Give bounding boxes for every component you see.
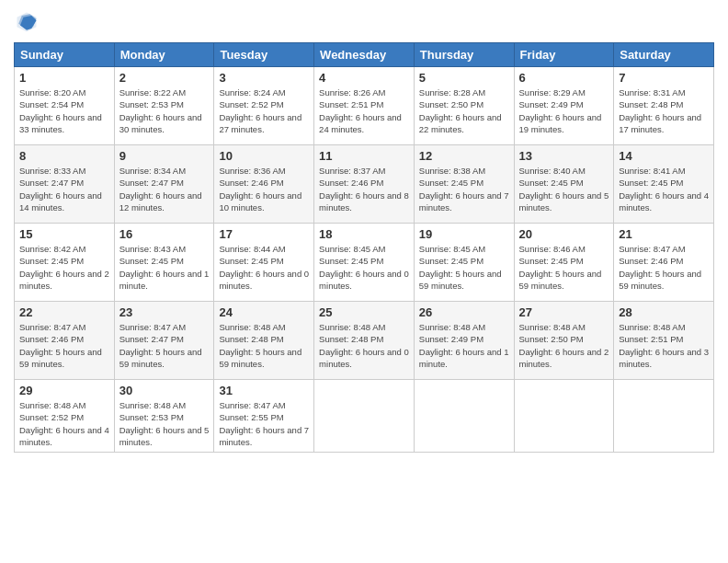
logo [14, 9, 43, 35]
day-info: Sunrise: 8:28 AM Sunset: 2:50 PM Dayligh… [419, 86, 509, 135]
day-number: 20 [519, 227, 609, 241]
day-info: Sunrise: 8:42 AM Sunset: 2:45 PM Dayligh… [19, 243, 109, 292]
day-info: Sunrise: 8:22 AM Sunset: 2:53 PM Dayligh… [119, 86, 210, 135]
calendar-cell: 31Sunrise: 8:47 AM Sunset: 2:55 PM Dayli… [214, 380, 314, 453]
day-number: 28 [619, 305, 709, 319]
calendar-cell: 17Sunrise: 8:44 AM Sunset: 2:45 PM Dayli… [214, 224, 314, 302]
calendar-cell: 4Sunrise: 8:26 AM Sunset: 2:51 PM Daylig… [314, 67, 415, 145]
day-number: 31 [219, 384, 309, 397]
day-info: Sunrise: 8:47 AM Sunset: 2:47 PM Dayligh… [119, 321, 210, 370]
day-info: Sunrise: 8:29 AM Sunset: 2:49 PM Dayligh… [519, 86, 609, 135]
day-number: 17 [219, 227, 309, 241]
calendar-cell: 12Sunrise: 8:38 AM Sunset: 2:45 PM Dayli… [414, 145, 514, 224]
day-number: 8 [19, 149, 109, 163]
day-info: Sunrise: 8:45 AM Sunset: 2:45 PM Dayligh… [319, 243, 409, 292]
calendar-cell: 8Sunrise: 8:33 AM Sunset: 2:47 PM Daylig… [15, 145, 115, 224]
calendar-cell: 24Sunrise: 8:48 AM Sunset: 2:48 PM Dayli… [214, 302, 314, 380]
day-of-week-header: Wednesday [314, 43, 415, 67]
day-of-week-header: Monday [114, 43, 214, 67]
day-number: 26 [419, 305, 509, 319]
calendar-cell: 20Sunrise: 8:46 AM Sunset: 2:45 PM Dayli… [514, 224, 614, 302]
calendar-cell [314, 380, 415, 453]
calendar-cell: 6Sunrise: 8:29 AM Sunset: 2:49 PM Daylig… [514, 67, 614, 145]
calendar-cell: 23Sunrise: 8:47 AM Sunset: 2:47 PM Dayli… [114, 302, 214, 380]
calendar-cell: 10Sunrise: 8:36 AM Sunset: 2:46 PM Dayli… [214, 145, 314, 224]
day-info: Sunrise: 8:45 AM Sunset: 2:45 PM Dayligh… [419, 243, 509, 292]
day-info: Sunrise: 8:43 AM Sunset: 2:45 PM Dayligh… [119, 243, 210, 292]
day-number: 4 [319, 71, 409, 85]
day-info: Sunrise: 8:31 AM Sunset: 2:48 PM Dayligh… [619, 86, 709, 135]
calendar-cell: 1Sunrise: 8:20 AM Sunset: 2:54 PM Daylig… [15, 67, 115, 145]
day-number: 18 [319, 227, 409, 241]
calendar-cell: 21Sunrise: 8:47 AM Sunset: 2:46 PM Dayli… [614, 224, 714, 302]
day-info: Sunrise: 8:48 AM Sunset: 2:48 PM Dayligh… [219, 321, 309, 370]
day-info: Sunrise: 8:48 AM Sunset: 2:51 PM Dayligh… [619, 321, 709, 370]
day-number: 21 [619, 227, 709, 241]
day-info: Sunrise: 8:37 AM Sunset: 2:46 PM Dayligh… [319, 165, 409, 213]
calendar-cell: 11Sunrise: 8:37 AM Sunset: 2:46 PM Dayli… [314, 145, 415, 224]
calendar-cell: 22Sunrise: 8:47 AM Sunset: 2:46 PM Dayli… [15, 302, 115, 380]
calendar: SundayMondayTuesdayWednesdayThursdayFrid… [14, 42, 714, 453]
day-info: Sunrise: 8:48 AM Sunset: 2:49 PM Dayligh… [419, 321, 509, 370]
day-info: Sunrise: 8:47 AM Sunset: 2:46 PM Dayligh… [619, 243, 709, 292]
day-info: Sunrise: 8:47 AM Sunset: 2:55 PM Dayligh… [219, 399, 309, 448]
day-number: 12 [419, 149, 509, 163]
calendar-cell: 27Sunrise: 8:48 AM Sunset: 2:50 PM Dayli… [514, 302, 614, 380]
day-info: Sunrise: 8:44 AM Sunset: 2:45 PM Dayligh… [219, 243, 309, 292]
day-info: Sunrise: 8:47 AM Sunset: 2:46 PM Dayligh… [19, 321, 109, 370]
day-info: Sunrise: 8:48 AM Sunset: 2:53 PM Dayligh… [119, 399, 210, 448]
day-number: 15 [19, 227, 109, 241]
calendar-cell: 13Sunrise: 8:40 AM Sunset: 2:45 PM Dayli… [514, 145, 614, 224]
day-number: 29 [19, 384, 109, 397]
calendar-cell: 3Sunrise: 8:24 AM Sunset: 2:52 PM Daylig… [214, 67, 314, 145]
day-info: Sunrise: 8:40 AM Sunset: 2:45 PM Dayligh… [519, 165, 609, 213]
calendar-cell: 14Sunrise: 8:41 AM Sunset: 2:45 PM Dayli… [614, 145, 714, 224]
day-number: 27 [519, 305, 609, 319]
day-info: Sunrise: 8:48 AM Sunset: 2:48 PM Dayligh… [319, 321, 409, 370]
day-number: 24 [219, 305, 309, 319]
day-number: 10 [219, 149, 309, 163]
day-info: Sunrise: 8:33 AM Sunset: 2:47 PM Dayligh… [19, 165, 109, 213]
day-number: 2 [119, 71, 210, 85]
day-info: Sunrise: 8:26 AM Sunset: 2:51 PM Dayligh… [319, 86, 409, 135]
calendar-cell [414, 380, 514, 453]
day-info: Sunrise: 8:48 AM Sunset: 2:50 PM Dayligh… [519, 321, 609, 370]
header [14, 9, 714, 35]
day-number: 23 [119, 305, 210, 319]
day-number: 25 [319, 305, 409, 319]
calendar-cell: 2Sunrise: 8:22 AM Sunset: 2:53 PM Daylig… [114, 67, 214, 145]
day-number: 19 [419, 227, 509, 241]
day-info: Sunrise: 8:20 AM Sunset: 2:54 PM Dayligh… [19, 86, 109, 135]
day-info: Sunrise: 8:41 AM Sunset: 2:45 PM Dayligh… [619, 165, 709, 213]
calendar-cell: 15Sunrise: 8:42 AM Sunset: 2:45 PM Dayli… [15, 224, 115, 302]
day-info: Sunrise: 8:38 AM Sunset: 2:45 PM Dayligh… [419, 165, 509, 213]
day-number: 1 [19, 71, 109, 85]
calendar-cell: 9Sunrise: 8:34 AM Sunset: 2:47 PM Daylig… [114, 145, 214, 224]
day-number: 16 [119, 227, 210, 241]
calendar-cell: 5Sunrise: 8:28 AM Sunset: 2:50 PM Daylig… [414, 67, 514, 145]
calendar-cell [514, 380, 614, 453]
day-info: Sunrise: 8:46 AM Sunset: 2:45 PM Dayligh… [519, 243, 609, 292]
calendar-header-row: SundayMondayTuesdayWednesdayThursdayFrid… [15, 43, 714, 67]
day-info: Sunrise: 8:48 AM Sunset: 2:52 PM Dayligh… [19, 399, 109, 448]
calendar-cell: 29Sunrise: 8:48 AM Sunset: 2:52 PM Dayli… [15, 380, 115, 453]
calendar-cell: 28Sunrise: 8:48 AM Sunset: 2:51 PM Dayli… [614, 302, 714, 380]
calendar-cell: 25Sunrise: 8:48 AM Sunset: 2:48 PM Dayli… [314, 302, 415, 380]
logo-icon [14, 9, 40, 35]
calendar-cell: 16Sunrise: 8:43 AM Sunset: 2:45 PM Dayli… [114, 224, 214, 302]
day-info: Sunrise: 8:36 AM Sunset: 2:46 PM Dayligh… [219, 165, 309, 213]
day-number: 11 [319, 149, 409, 163]
calendar-cell: 30Sunrise: 8:48 AM Sunset: 2:53 PM Dayli… [114, 380, 214, 453]
day-of-week-header: Sunday [15, 43, 115, 67]
day-of-week-header: Thursday [414, 43, 514, 67]
day-number: 7 [619, 71, 709, 85]
day-of-week-header: Saturday [614, 43, 714, 67]
day-number: 6 [519, 71, 609, 85]
day-number: 3 [219, 71, 309, 85]
day-number: 9 [119, 149, 210, 163]
calendar-cell: 26Sunrise: 8:48 AM Sunset: 2:49 PM Dayli… [414, 302, 514, 380]
day-of-week-header: Tuesday [214, 43, 314, 67]
calendar-cell: 19Sunrise: 8:45 AM Sunset: 2:45 PM Dayli… [414, 224, 514, 302]
calendar-cell: 18Sunrise: 8:45 AM Sunset: 2:45 PM Dayli… [314, 224, 415, 302]
day-info: Sunrise: 8:34 AM Sunset: 2:47 PM Dayligh… [119, 165, 210, 213]
